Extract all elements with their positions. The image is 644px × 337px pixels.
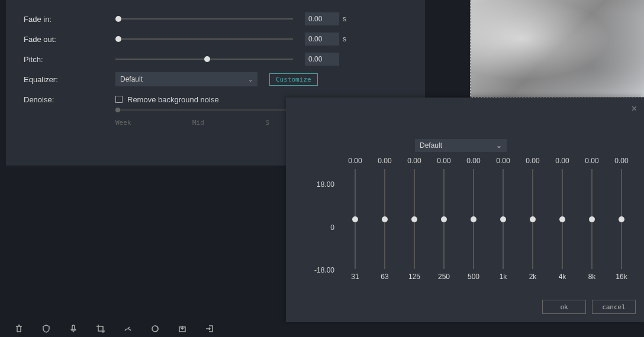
denoise-strength-slider[interactable]: Week Mid S (115, 109, 293, 127)
eq-band-slider[interactable] (384, 169, 385, 269)
eq-scale-mid: 0 (308, 223, 334, 232)
eq-band-thumb[interactable] (619, 216, 624, 222)
eq-band-thumb[interactable] (441, 216, 447, 222)
eq-dialog-buttons: ok cancel (542, 300, 636, 314)
denoise-strong-label: S (265, 119, 269, 127)
eq-band-2k: 0.002k (521, 157, 544, 281)
fade-out-unit: s (343, 35, 346, 43)
eq-band-value: 0.00 (614, 157, 628, 166)
fade-out-value[interactable]: 0.00 (305, 33, 339, 46)
eq-band-16k: 0.0016k (610, 157, 633, 281)
export-icon[interactable] (178, 324, 187, 333)
bottom-toolbar (0, 320, 284, 337)
fade-in-slider-thumb[interactable] (115, 16, 121, 22)
eq-band-thumb[interactable] (530, 216, 536, 222)
eq-scale-max: 18.00 (308, 180, 334, 189)
equalizer-dialog: × Default ⌄ 18.00 0 -18.00 0.00310.00630… (286, 98, 644, 322)
eq-band-slider[interactable] (503, 169, 504, 269)
eq-band-freq: 250 (438, 273, 450, 281)
eq-band-slider[interactable] (532, 169, 533, 269)
eq-band-63: 0.0063 (373, 157, 396, 281)
fade-in-value[interactable]: 0.00 (305, 12, 339, 25)
eq-band-thumb[interactable] (411, 216, 417, 222)
eq-band-4k: 0.004k (551, 157, 574, 281)
pitch-value[interactable]: 0.00 (305, 53, 339, 66)
eq-band-thumb[interactable] (352, 216, 358, 222)
eq-band-thumb[interactable] (559, 216, 565, 222)
chevron-down-icon: ⌄ (496, 141, 502, 150)
eq-band-value: 0.00 (407, 157, 421, 166)
fade-out-slider[interactable] (115, 38, 293, 40)
eq-band-value: 0.00 (378, 157, 391, 166)
delete-icon[interactable] (14, 324, 24, 333)
eq-preset-value: Default (420, 141, 442, 150)
speed-icon[interactable] (123, 324, 133, 333)
pitch-label: Pitch: (24, 55, 115, 64)
shield-icon[interactable] (41, 324, 51, 333)
equalizer-dropdown[interactable]: Default ⌄ (115, 72, 257, 86)
fade-in-row: Fade in: 0.00 s (24, 9, 407, 29)
eq-band-value: 0.00 (437, 157, 450, 166)
eq-band-freq: 63 (381, 273, 388, 281)
close-icon[interactable]: × (632, 103, 637, 114)
eq-band-value: 0.00 (496, 157, 510, 166)
login-icon[interactable] (205, 324, 214, 333)
eq-band-slider[interactable] (473, 169, 474, 269)
eq-band-125: 0.00125 (403, 157, 426, 281)
fade-out-row: Fade out: 0.00 s (24, 29, 407, 49)
eq-band-slider[interactable] (562, 169, 563, 269)
equalizer-dropdown-value: Default (120, 75, 143, 83)
eq-band-freq: 500 (468, 273, 479, 281)
eq-band-slider[interactable] (591, 169, 593, 269)
cancel-button[interactable]: cancel (592, 300, 636, 314)
eq-band-freq: 4k (559, 273, 566, 281)
eq-bands: 0.00310.00630.001250.002500.005000.001k0… (340, 157, 636, 281)
eq-band-250: 0.00250 (433, 157, 455, 281)
customize-button[interactable]: Customize (269, 73, 318, 86)
color-icon[interactable] (150, 324, 160, 333)
video-preview (470, 0, 644, 98)
eq-band-500: 0.00500 (462, 157, 485, 281)
eq-band-value: 0.00 (585, 157, 598, 166)
eq-band-thumb[interactable] (382, 216, 388, 222)
eq-band-slider[interactable] (414, 169, 415, 269)
denoise-checkbox[interactable] (115, 96, 123, 103)
eq-band-31: 0.0031 (344, 157, 366, 281)
eq-band-freq: 1k (500, 273, 507, 281)
eq-band-slider[interactable] (443, 169, 445, 269)
denoise-checkbox-label: Remove background noise (127, 95, 219, 104)
eq-band-slider[interactable] (621, 169, 622, 269)
eq-band-value: 0.00 (466, 157, 480, 166)
eq-band-1k: 0.001k (492, 157, 514, 281)
eq-band-thumb[interactable] (471, 216, 476, 222)
eq-scale: 18.00 0 -18.00 (308, 163, 334, 269)
fade-in-unit: s (343, 15, 346, 23)
eq-band-freq: 16k (616, 273, 627, 281)
eq-band-thumb[interactable] (589, 216, 595, 222)
denoise-slider-thumb[interactable] (115, 108, 120, 112)
eq-band-freq: 8k (588, 273, 596, 281)
eq-band-freq: 125 (408, 273, 420, 281)
eq-band-value: 0.00 (555, 157, 569, 166)
denoise-label: Denoise: (24, 95, 115, 104)
eq-band-freq: 2k (529, 273, 537, 281)
denoise-mid-label: Mid (192, 119, 204, 127)
fade-in-label: Fade in: (24, 15, 115, 24)
eq-preset-dropdown[interactable]: Default ⌄ (415, 139, 507, 152)
eq-scale-min: -18.00 (308, 266, 334, 274)
chevron-down-icon: ⌄ (248, 76, 253, 83)
eq-band-slider[interactable] (355, 169, 356, 269)
denoise-scale: Week Mid S (115, 119, 269, 127)
eq-band-thumb[interactable] (500, 216, 506, 222)
mic-icon[interactable] (69, 324, 78, 333)
fade-out-label: Fade out: (24, 35, 115, 44)
pitch-slider[interactable] (115, 59, 293, 60)
fade-out-slider-thumb[interactable] (115, 36, 121, 42)
pitch-row: Pitch: 0.00 (24, 49, 407, 69)
ok-button[interactable]: ok (542, 300, 586, 314)
fade-in-slider[interactable] (115, 18, 293, 20)
pitch-slider-thumb[interactable] (204, 56, 210, 62)
crop-icon[interactable] (96, 324, 105, 333)
equalizer-row: Equalizer: Default ⌄ Customize (24, 69, 407, 89)
denoise-weak-label: Week (115, 119, 131, 127)
